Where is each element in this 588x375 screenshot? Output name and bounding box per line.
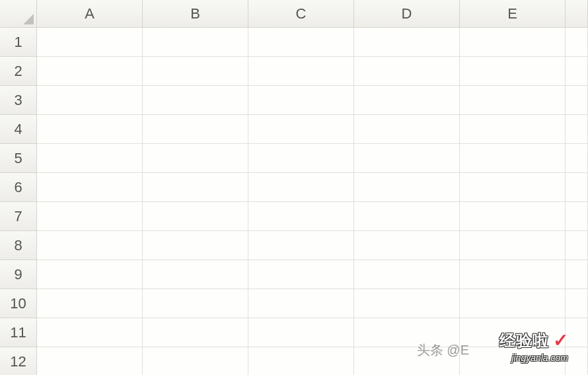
cell[interactable] <box>460 318 566 347</box>
cell[interactable] <box>37 318 143 347</box>
row-header-11[interactable]: 11 <box>0 318 37 347</box>
cell[interactable] <box>143 86 248 115</box>
cell[interactable] <box>37 28 143 57</box>
cell[interactable] <box>566 231 588 260</box>
cell[interactable] <box>248 28 354 57</box>
cell[interactable] <box>143 115 248 144</box>
col-header-e[interactable]: E <box>460 0 566 28</box>
cell[interactable] <box>566 347 588 375</box>
col-header-b[interactable]: B <box>143 0 248 28</box>
cell[interactable] <box>143 202 248 231</box>
col-header-d[interactable]: D <box>354 0 460 28</box>
row-header-1[interactable]: 1 <box>0 28 37 57</box>
col-header-a[interactable]: A <box>37 0 143 28</box>
cell[interactable] <box>37 144 143 173</box>
cell[interactable] <box>37 86 143 115</box>
row-header-2[interactable]: 2 <box>0 57 37 86</box>
row-header-10[interactable]: 10 <box>0 289 37 318</box>
cell[interactable] <box>566 144 588 173</box>
cell[interactable] <box>460 347 566 375</box>
col-header-c[interactable]: C <box>248 0 354 28</box>
cell[interactable] <box>143 28 248 57</box>
row-header-4[interactable]: 4 <box>0 115 37 144</box>
cell[interactable] <box>354 347 460 375</box>
cell[interactable] <box>354 86 460 115</box>
cell[interactable] <box>460 231 566 260</box>
cell[interactable] <box>37 260 143 289</box>
cell[interactable] <box>248 86 354 115</box>
cell[interactable] <box>143 57 248 86</box>
cell[interactable] <box>248 231 354 260</box>
cell[interactable] <box>37 231 143 260</box>
cell[interactable] <box>460 260 566 289</box>
cell[interactable] <box>460 115 566 144</box>
cell[interactable] <box>460 28 566 57</box>
cell[interactable] <box>566 260 588 289</box>
cell[interactable] <box>354 231 460 260</box>
cell[interactable] <box>143 173 248 202</box>
cell[interactable] <box>354 144 460 173</box>
cell[interactable] <box>37 173 143 202</box>
row-header-12[interactable]: 12 <box>0 347 37 375</box>
cell[interactable] <box>460 289 566 318</box>
cell[interactable] <box>566 173 588 202</box>
cell[interactable] <box>248 115 354 144</box>
cell[interactable] <box>566 57 588 86</box>
cell[interactable] <box>143 231 248 260</box>
cell[interactable] <box>248 260 354 289</box>
row-header-5[interactable]: 5 <box>0 144 37 173</box>
cell[interactable] <box>354 318 460 347</box>
cell[interactable] <box>248 144 354 173</box>
cell[interactable] <box>566 202 588 231</box>
cell[interactable] <box>354 115 460 144</box>
cell[interactable] <box>354 289 460 318</box>
spreadsheet-grid: A B C D E 1 2 3 4 5 6 7 8 9 10 11 12 <box>0 0 588 375</box>
cell[interactable] <box>248 318 354 347</box>
cell[interactable] <box>37 289 143 318</box>
cell[interactable] <box>37 115 143 144</box>
cell[interactable] <box>354 173 460 202</box>
row-header-8[interactable]: 8 <box>0 231 37 260</box>
cell[interactable] <box>460 202 566 231</box>
row-header-9[interactable]: 9 <box>0 260 37 289</box>
select-all-corner[interactable] <box>0 0 37 28</box>
cell[interactable] <box>143 144 248 173</box>
cell[interactable] <box>37 57 143 86</box>
row-header-3[interactable]: 3 <box>0 86 37 115</box>
cell[interactable] <box>354 57 460 86</box>
cell[interactable] <box>248 173 354 202</box>
cell[interactable] <box>248 289 354 318</box>
cell[interactable] <box>460 57 566 86</box>
cell[interactable] <box>37 202 143 231</box>
cell[interactable] <box>37 347 143 375</box>
cell[interactable] <box>248 347 354 375</box>
cell[interactable] <box>248 202 354 231</box>
cell[interactable] <box>566 318 588 347</box>
cell[interactable] <box>143 289 248 318</box>
cell[interactable] <box>460 173 566 202</box>
cell[interactable] <box>566 289 588 318</box>
cell[interactable] <box>566 86 588 115</box>
cell[interactable] <box>354 28 460 57</box>
cell[interactable] <box>460 144 566 173</box>
cell[interactable] <box>566 28 588 57</box>
cell[interactable] <box>460 86 566 115</box>
cell[interactable] <box>354 202 460 231</box>
col-header-f[interactable] <box>566 0 588 28</box>
cell[interactable] <box>143 260 248 289</box>
cell[interactable] <box>354 260 460 289</box>
cell[interactable] <box>143 318 248 347</box>
cell[interactable] <box>248 57 354 86</box>
row-header-6[interactable]: 6 <box>0 173 37 202</box>
cell[interactable] <box>143 347 248 375</box>
row-header-7[interactable]: 7 <box>0 202 37 231</box>
cell[interactable] <box>566 115 588 144</box>
